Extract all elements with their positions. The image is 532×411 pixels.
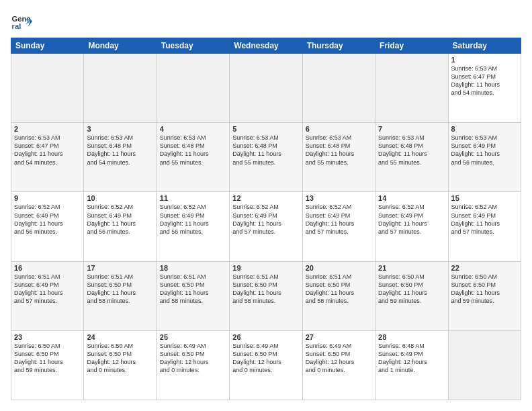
day-number: 12: [232, 194, 299, 202]
calendar-cell: 12Sunrise: 6:52 AM Sunset: 6:49 PM Dayli…: [230, 192, 302, 261]
calendar-cell: 8Sunrise: 6:53 AM Sunset: 6:49 PM Daylig…: [448, 123, 521, 192]
day-info: Sunrise: 6:53 AM Sunset: 6:48 PM Dayligh…: [160, 134, 226, 167]
calendar-header-monday: Monday: [84, 38, 157, 54]
calendar-cell: [448, 330, 521, 400]
calendar-cell: 11Sunrise: 6:52 AM Sunset: 6:49 PM Dayli…: [157, 192, 229, 261]
day-number: 8: [451, 125, 518, 133]
calendar-week-4: 16Sunrise: 6:51 AM Sunset: 6:49 PM Dayli…: [11, 261, 521, 330]
day-number: 11: [160, 194, 226, 202]
day-info: Sunrise: 6:51 AM Sunset: 6:50 PM Dayligh…: [232, 273, 299, 306]
logo-icon: Gene ral: [11, 11, 32, 32]
day-info: Sunrise: 6:53 AM Sunset: 6:47 PM Dayligh…: [14, 134, 81, 167]
day-info: Sunrise: 6:53 AM Sunset: 6:48 PM Dayligh…: [378, 134, 445, 167]
calendar-week-3: 9Sunrise: 6:52 AM Sunset: 6:49 PM Daylig…: [11, 192, 521, 261]
day-info: Sunrise: 6:49 AM Sunset: 6:50 PM Dayligh…: [160, 342, 226, 375]
day-info: Sunrise: 6:52 AM Sunset: 6:49 PM Dayligh…: [14, 203, 81, 236]
calendar-cell: [230, 54, 302, 123]
day-info: Sunrise: 6:52 AM Sunset: 6:49 PM Dayligh…: [451, 203, 518, 236]
calendar-cell: 17Sunrise: 6:51 AM Sunset: 6:50 PM Dayli…: [84, 261, 157, 330]
day-number: 23: [14, 333, 81, 341]
day-info: Sunrise: 6:52 AM Sunset: 6:49 PM Dayligh…: [87, 203, 153, 236]
day-number: 5: [232, 125, 299, 133]
header: Gene ral: [11, 11, 521, 32]
calendar-cell: 22Sunrise: 6:50 AM Sunset: 6:50 PM Dayli…: [448, 261, 521, 330]
day-number: 21: [378, 264, 445, 272]
calendar-cell: 18Sunrise: 6:51 AM Sunset: 6:50 PM Dayli…: [157, 261, 229, 330]
calendar-week-5: 23Sunrise: 6:50 AM Sunset: 6:50 PM Dayli…: [11, 330, 521, 400]
day-info: Sunrise: 6:50 AM Sunset: 6:50 PM Dayligh…: [451, 273, 518, 306]
calendar-cell: 3Sunrise: 6:53 AM Sunset: 6:48 PM Daylig…: [84, 123, 157, 192]
calendar-cell: 4Sunrise: 6:53 AM Sunset: 6:48 PM Daylig…: [157, 123, 229, 192]
day-info: Sunrise: 6:50 AM Sunset: 6:50 PM Dayligh…: [14, 342, 81, 375]
calendar-cell: 27Sunrise: 6:49 AM Sunset: 6:50 PM Dayli…: [302, 330, 375, 400]
day-number: 2: [14, 125, 81, 133]
calendar-header-wednesday: Wednesday: [230, 38, 302, 54]
calendar-header-sunday: Sunday: [11, 38, 84, 54]
day-info: Sunrise: 6:51 AM Sunset: 6:50 PM Dayligh…: [87, 273, 153, 306]
day-info: Sunrise: 6:51 AM Sunset: 6:49 PM Dayligh…: [14, 273, 81, 306]
day-info: Sunrise: 6:51 AM Sunset: 6:50 PM Dayligh…: [306, 273, 372, 306]
logo: Gene ral: [11, 11, 35, 32]
day-number: 6: [306, 125, 372, 133]
calendar-cell: 1Sunrise: 6:53 AM Sunset: 6:47 PM Daylig…: [448, 54, 521, 123]
day-info: Sunrise: 6:50 AM Sunset: 6:50 PM Dayligh…: [87, 342, 153, 375]
day-info: Sunrise: 6:51 AM Sunset: 6:50 PM Dayligh…: [160, 273, 226, 306]
day-number: 27: [306, 333, 372, 341]
day-number: 25: [160, 333, 226, 341]
page: Gene ral SundayMondayTuesdayWednesdayThu…: [0, 0, 532, 411]
calendar-header-friday: Friday: [375, 38, 448, 54]
day-number: 7: [378, 125, 445, 133]
calendar-cell: 19Sunrise: 6:51 AM Sunset: 6:50 PM Dayli…: [230, 261, 302, 330]
day-number: 28: [378, 333, 445, 341]
calendar-cell: 28Sunrise: 6:48 AM Sunset: 6:49 PM Dayli…: [375, 330, 448, 400]
calendar-cell: 15Sunrise: 6:52 AM Sunset: 6:49 PM Dayli…: [448, 192, 521, 261]
day-number: 20: [306, 264, 372, 272]
day-info: Sunrise: 6:52 AM Sunset: 6:49 PM Dayligh…: [378, 203, 445, 236]
day-number: 4: [160, 125, 226, 133]
calendar-table: SundayMondayTuesdayWednesdayThursdayFrid…: [11, 38, 521, 400]
day-number: 24: [87, 333, 153, 341]
day-info: Sunrise: 6:53 AM Sunset: 6:47 PM Dayligh…: [451, 64, 518, 97]
day-number: 9: [14, 194, 81, 202]
day-number: 13: [306, 194, 372, 202]
day-info: Sunrise: 6:53 AM Sunset: 6:49 PM Dayligh…: [451, 134, 518, 167]
calendar-cell: [302, 54, 375, 123]
calendar-week-2: 2Sunrise: 6:53 AM Sunset: 6:47 PM Daylig…: [11, 123, 521, 192]
day-info: Sunrise: 6:49 AM Sunset: 6:50 PM Dayligh…: [232, 342, 299, 375]
calendar-cell: 25Sunrise: 6:49 AM Sunset: 6:50 PM Dayli…: [157, 330, 229, 400]
calendar-cell: 13Sunrise: 6:52 AM Sunset: 6:49 PM Dayli…: [302, 192, 375, 261]
day-info: Sunrise: 6:49 AM Sunset: 6:50 PM Dayligh…: [306, 342, 372, 375]
calendar-header-tuesday: Tuesday: [157, 38, 229, 54]
day-number: 15: [451, 194, 518, 202]
calendar-cell: 24Sunrise: 6:50 AM Sunset: 6:50 PM Dayli…: [84, 330, 157, 400]
day-number: 14: [378, 194, 445, 202]
calendar-cell: 10Sunrise: 6:52 AM Sunset: 6:49 PM Dayli…: [84, 192, 157, 261]
calendar-header-saturday: Saturday: [448, 38, 521, 54]
calendar-cell: 6Sunrise: 6:53 AM Sunset: 6:48 PM Daylig…: [302, 123, 375, 192]
calendar-cell: 14Sunrise: 6:52 AM Sunset: 6:49 PM Dayli…: [375, 192, 448, 261]
day-info: Sunrise: 6:53 AM Sunset: 6:48 PM Dayligh…: [232, 134, 299, 167]
day-number: 26: [232, 333, 299, 341]
calendar-cell: [84, 54, 157, 123]
day-number: 3: [87, 125, 153, 133]
calendar-cell: 26Sunrise: 6:49 AM Sunset: 6:50 PM Dayli…: [230, 330, 302, 400]
calendar-week-1: 1Sunrise: 6:53 AM Sunset: 6:47 PM Daylig…: [11, 54, 521, 123]
day-info: Sunrise: 6:52 AM Sunset: 6:49 PM Dayligh…: [160, 203, 226, 236]
calendar-cell: 7Sunrise: 6:53 AM Sunset: 6:48 PM Daylig…: [375, 123, 448, 192]
svg-text:ral: ral: [12, 22, 21, 30]
day-info: Sunrise: 6:48 AM Sunset: 6:49 PM Dayligh…: [378, 342, 445, 375]
calendar-cell: [11, 54, 84, 123]
day-number: 19: [232, 264, 299, 272]
calendar-header-thursday: Thursday: [302, 38, 375, 54]
calendar-cell: 5Sunrise: 6:53 AM Sunset: 6:48 PM Daylig…: [230, 123, 302, 192]
day-number: 18: [160, 264, 226, 272]
day-number: 1: [451, 56, 518, 64]
day-info: Sunrise: 6:50 AM Sunset: 6:50 PM Dayligh…: [378, 273, 445, 306]
day-number: 10: [87, 194, 153, 202]
day-info: Sunrise: 6:52 AM Sunset: 6:49 PM Dayligh…: [232, 203, 299, 236]
calendar-cell: 16Sunrise: 6:51 AM Sunset: 6:49 PM Dayli…: [11, 261, 84, 330]
calendar-cell: 21Sunrise: 6:50 AM Sunset: 6:50 PM Dayli…: [375, 261, 448, 330]
day-info: Sunrise: 6:53 AM Sunset: 6:48 PM Dayligh…: [306, 134, 372, 167]
calendar-cell: [375, 54, 448, 123]
day-number: 16: [14, 264, 81, 272]
